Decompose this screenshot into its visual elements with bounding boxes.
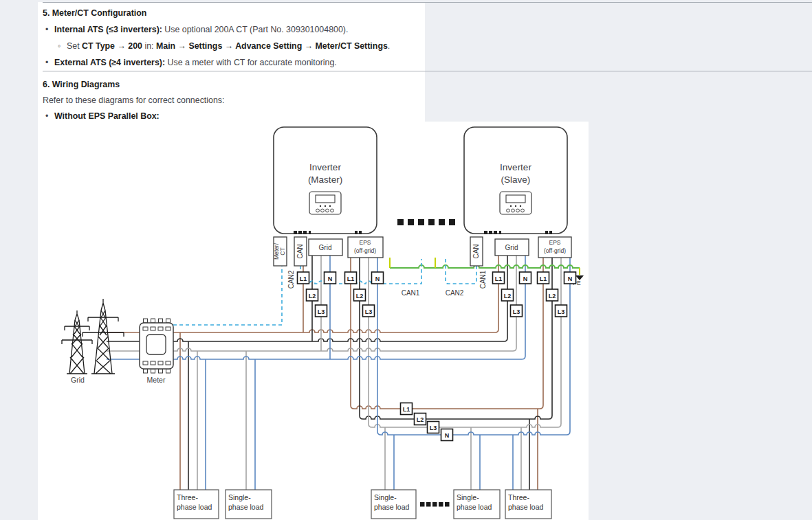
svg-text:N: N: [445, 432, 450, 439]
svg-text:N: N: [328, 275, 333, 282]
inverter-master: Inverter (Master): [274, 127, 377, 234]
port-eps: EPS: [359, 239, 371, 246]
svg-text:L1: L1: [403, 406, 410, 413]
can2-bus-label: CAN2: [446, 289, 464, 297]
port-eps: (off-grid): [354, 247, 376, 254]
port-grid: Grid: [319, 244, 332, 251]
load-single-phase-1: Single-: [228, 493, 251, 501]
inverter-slave: Inverter (Slave): [464, 127, 567, 234]
wire-label-boxes: L1 L2 L3 N L1 L2 L3 N L1 L2 L3 N L1 L2 L…: [298, 272, 576, 441]
wiring-diagram: PE CAN1 CAN2 CAN2 CAN1 Grid: [0, 0, 812, 520]
port-can: CAN: [296, 244, 304, 258]
svg-text:N: N: [375, 275, 380, 282]
svg-text:L3: L3: [430, 425, 437, 431]
svg-text:L2: L2: [504, 293, 512, 299]
svg-text:L3: L3: [558, 308, 565, 315]
port-eps: (off-grid): [544, 247, 566, 254]
port-meter-ct: CT: [279, 247, 286, 255]
svg-text:L2: L2: [356, 293, 364, 299]
svg-text:L3: L3: [513, 308, 520, 315]
load-boxes: Three- phase load Single- phase load Sin…: [174, 490, 551, 519]
continuation-dots-icon: [420, 502, 450, 507]
svg-text:L1: L1: [300, 275, 307, 282]
load-single-phase-2: Single-: [374, 493, 397, 501]
grid-tower-icon: [62, 299, 124, 374]
display-panel-icon: [500, 192, 531, 214]
svg-text:L2: L2: [549, 293, 556, 299]
port-grid: Grid: [505, 244, 518, 251]
port-eps: EPS: [549, 239, 560, 246]
pe-green-wire: [390, 265, 580, 268]
master-ports: Meter/ CT CAN Grid EPS (off-grid): [273, 237, 383, 266]
continuation-dots-icon: [397, 219, 455, 225]
l3-gray-wires: [107, 256, 561, 490]
svg-text:L1: L1: [540, 275, 547, 282]
svg-text:phase load: phase load: [228, 503, 264, 511]
svg-text:phase load: phase load: [374, 503, 410, 511]
load-single-phase-3: Single-: [457, 493, 479, 501]
svg-text:phase load: phase load: [177, 503, 212, 511]
svg-text:L1: L1: [495, 275, 503, 282]
can1-bus-label: CAN1: [402, 289, 420, 297]
svg-text:N: N: [568, 275, 573, 282]
can-bus-line: [300, 259, 421, 284]
svg-text:(Slave): (Slave): [501, 174, 531, 185]
n-blue-wires: [107, 256, 570, 490]
svg-text:L2: L2: [309, 293, 316, 299]
svg-text:L1: L1: [347, 275, 355, 282]
slave-can1-label: CAN1: [479, 270, 487, 289]
svg-text:L3: L3: [318, 308, 325, 315]
svg-text:Inverter: Inverter: [309, 162, 341, 172]
svg-text:phase load: phase load: [508, 503, 544, 511]
svg-text:N: N: [523, 275, 528, 282]
slave-ports: CAN Grid EPS (off-grid): [470, 237, 571, 266]
svg-text:L2: L2: [417, 416, 424, 423]
load-three-phase-1: Three-: [177, 493, 198, 501]
grid-caption: Grid: [71, 376, 85, 384]
svg-text:(Master): (Master): [308, 174, 342, 185]
svg-text:Inverter: Inverter: [500, 162, 531, 172]
svg-text:phase load: phase load: [457, 503, 492, 511]
port-can: CAN: [472, 244, 480, 258]
meter-caption: Meter: [147, 376, 166, 384]
load-three-phase-2: Three-: [508, 493, 529, 501]
meter-icon: [140, 319, 173, 373]
l1-brown-wires: [107, 256, 543, 490]
display-panel-icon: [309, 192, 341, 214]
meter-ct-comm-line: [173, 266, 282, 325]
l2-black-wires: [107, 256, 552, 490]
master-can2-label: CAN2: [287, 270, 295, 289]
svg-text:L3: L3: [365, 308, 373, 315]
